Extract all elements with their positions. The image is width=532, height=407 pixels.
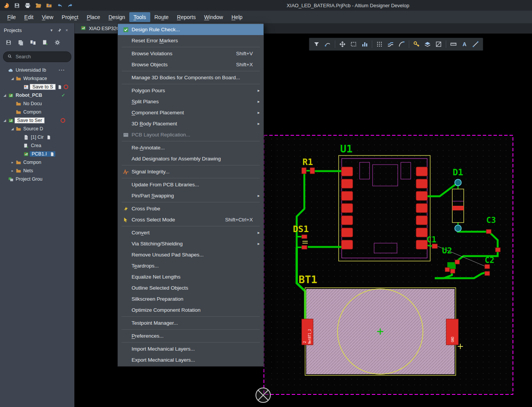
menu-item-manage-3d-bodies-for-components-on-board[interactable]: Manage 3D Bodies for Components on Board… <box>118 72 264 83</box>
folder-import-icon[interactable] <box>46 2 52 9</box>
tree-item-no-docu[interactable]: No Docu <box>0 99 74 108</box>
menu-item-silkscreen-preparation[interactable]: Silkscreen Preparation <box>118 293 264 304</box>
menu-item-label: Export Mechanical Layers... <box>132 357 264 363</box>
menu-item-testpoint-manager[interactable]: Testpoint Manager... <box>118 317 264 328</box>
text-icon[interactable]: A <box>460 40 469 49</box>
stats-icon[interactable] <box>360 40 369 49</box>
menu-item-reset-error-markers[interactable]: Reset Error Markers <box>118 35 264 46</box>
menu-item-re-annotate[interactable]: Re-Annotate... <box>118 142 264 153</box>
menu-item-preferences[interactable]: Preferences... <box>118 330 264 341</box>
filter-icon[interactable] <box>312 40 321 49</box>
menu-item-browse-violations[interactable]: Browse ViolationsShift+V <box>118 48 264 59</box>
menu-item-outline-selected-objects[interactable]: Outline Selected Objects <box>118 282 264 293</box>
menu-route[interactable]: Route <box>150 12 173 22</box>
select-area-icon[interactable] <box>349 40 358 49</box>
menu-item-convert[interactable]: Convert▸ <box>118 227 264 238</box>
menu-help[interactable]: Help <box>227 12 247 22</box>
pin-icon[interactable] <box>55 28 63 33</box>
menu-item-add-designators-for-assembly-drawing[interactable]: Add Designators for Assembly Drawing <box>118 153 264 164</box>
menu-view[interactable]: View <box>38 12 58 22</box>
menu-item-optimize-component-rotation[interactable]: Optimize Component Rotation <box>118 304 264 316</box>
tree-item-save-to-ser[interactable]: ◢Save to Ser <box>0 116 74 125</box>
ruler-icon[interactable] <box>449 40 458 49</box>
tree-item-compon[interactable]: Compon <box>0 108 74 116</box>
menu-item-cross-probe[interactable]: Cross Probe <box>118 203 264 214</box>
titlebar: XIAO_LED_BATERIA.PrjPcb - Altium Designe… <box>0 0 532 11</box>
tree-item-pcb1-i[interactable]: PCB1.I <box>0 150 74 158</box>
tree-item-universidad-ib[interactable]: Universidad Ib··· <box>0 66 74 74</box>
menubar: FileEditViewProjectPlaceDesignToolsRoute… <box>0 11 532 24</box>
move-icon[interactable] <box>338 40 347 49</box>
arc-icon[interactable] <box>397 40 406 49</box>
search-input[interactable] <box>15 54 62 60</box>
tree-item-robot-pcb[interactable]: ◢Robot_PCB✓ <box>0 91 74 99</box>
key-icon[interactable] <box>412 40 421 49</box>
compare-icon[interactable] <box>30 39 36 46</box>
tree-item-save-to-s[interactable]: Save to S <box>0 83 74 91</box>
menu-item-update-from-pcb-libraries[interactable]: Update From PCB Libraries... <box>118 179 264 190</box>
adddoc-icon[interactable] <box>42 39 48 46</box>
search-box[interactable] <box>3 51 71 62</box>
tree-item-nets[interactable]: ▸Nets <box>0 167 74 175</box>
tree-item-project-grou[interactable]: Project Grou <box>0 175 74 183</box>
layers-icon[interactable] <box>423 40 432 49</box>
menu-item-3d-body-placement[interactable]: 3D Body Placement▸ <box>118 118 264 129</box>
gear-icon[interactable] <box>54 39 61 46</box>
print-icon[interactable] <box>24 2 31 9</box>
expander-open-icon[interactable]: ◢ <box>10 127 15 131</box>
menu-item-equalize-net-lengths[interactable]: Equalize Net Lengths <box>118 271 264 282</box>
tree-item-crea[interactable]: Crea <box>0 141 74 150</box>
folder-open-icon[interactable] <box>35 2 42 9</box>
expander-open-icon[interactable]: ◢ <box>2 93 7 97</box>
tree-item-workspace[interactable]: ◢Workspace <box>0 74 74 83</box>
menu-window[interactable]: Window <box>200 12 227 22</box>
tree-item-source-d[interactable]: ◢Source D <box>0 125 74 133</box>
pcb-designator-R1: R1 <box>302 157 313 167</box>
expander-open-icon[interactable]: ◢ <box>2 119 7 122</box>
dropdown-icon[interactable]: ▾ <box>48 28 55 33</box>
menu-item-polygon-pours[interactable]: Polygon Pours▸ <box>118 85 264 96</box>
menu-item-label: Import Mechanical Layers... <box>132 346 264 352</box>
svg-text:A: A <box>463 41 466 47</box>
fill-icon[interactable] <box>434 40 443 49</box>
more-options-icon[interactable]: ··· <box>59 67 65 73</box>
route-icon[interactable] <box>386 40 395 49</box>
menu-item-split-planes[interactable]: Split Planes▸ <box>118 96 264 107</box>
menu-item-signal-integrity[interactable]: Signal Integrity... <box>118 166 264 177</box>
menu-item-cross-select-mode[interactable]: Cross Select ModeShift+Ctrl+X <box>118 214 264 225</box>
menu-item-browse-objects[interactable]: Browse ObjectsShift+X <box>118 59 264 70</box>
menu-edit[interactable]: Edit <box>20 12 38 22</box>
menu-project[interactable]: Project <box>58 12 83 22</box>
grid-icon[interactable] <box>375 40 384 49</box>
vcs-uptodate-icon: ✓ <box>61 93 65 98</box>
menu-item-pcb-layout-replication: PCB Layout Replication... <box>118 129 264 140</box>
menu-item-design-rule-check[interactable]: Design Rule Check... <box>118 24 264 35</box>
menu-reports[interactable]: Reports <box>173 12 200 22</box>
save-icon[interactable] <box>5 39 12 46</box>
tree-item-1-cir[interactable]: [1] Cir <box>0 133 74 141</box>
expander-closed-icon[interactable]: ▸ <box>10 169 15 173</box>
menu-item-import-mechanical-layers[interactable]: Import Mechanical Layers... <box>118 343 264 354</box>
close-icon[interactable]: × <box>63 28 71 33</box>
menu-item-component-placement[interactable]: Component Placement▸ <box>118 107 264 118</box>
redo-icon[interactable] <box>67 2 74 9</box>
topology-icon[interactable] <box>323 40 332 49</box>
line-icon[interactable] <box>471 40 480 49</box>
tree-item-label: Crea <box>30 143 42 148</box>
menu-design[interactable]: Design <box>104 12 129 22</box>
menu-item-via-stitching-shielding[interactable]: Via Stitching/Shielding▸ <box>118 238 264 249</box>
menu-file[interactable]: File <box>3 12 20 22</box>
copy-icon[interactable] <box>18 39 24 46</box>
u1-pad <box>416 191 428 200</box>
menu-tools[interactable]: Tools <box>129 12 150 22</box>
undo-icon[interactable] <box>56 2 63 9</box>
menu-item-remove-unused-pad-shapes[interactable]: Remove Unused Pad Shapes... <box>118 249 264 260</box>
expander-closed-icon[interactable]: ▸ <box>10 160 15 164</box>
save-icon[interactable] <box>14 2 20 9</box>
menu-place[interactable]: Place <box>82 12 104 22</box>
tree-item-compon[interactable]: ▸Compon <box>0 158 74 167</box>
menu-item-pin-part-swapping[interactable]: Pin/Part Swapping▸ <box>118 190 264 201</box>
menu-item-export-mechanical-layers[interactable]: Export Mechanical Layers... <box>118 354 264 365</box>
menu-item-teardrops[interactable]: Teardrops... <box>118 260 264 271</box>
expander-open-icon[interactable]: ◢ <box>10 77 15 80</box>
